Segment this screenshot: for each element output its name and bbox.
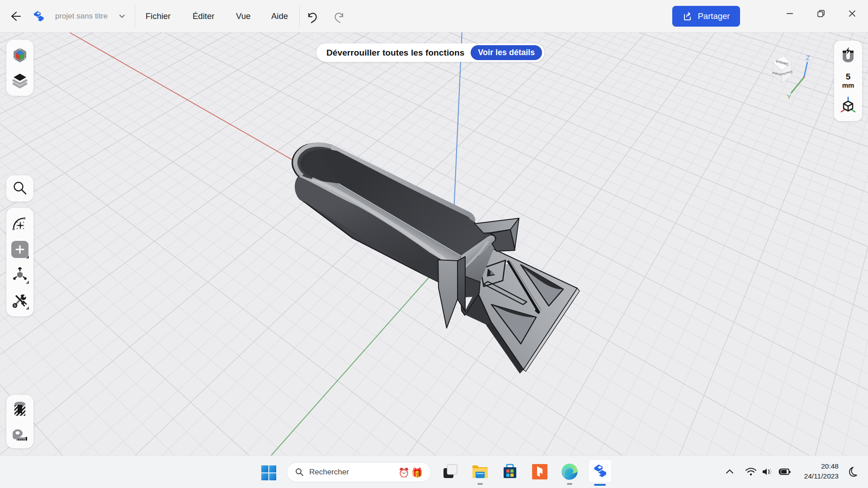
svg-text:Z: Z: [806, 54, 810, 61]
svg-text:Y: Y: [787, 93, 791, 100]
